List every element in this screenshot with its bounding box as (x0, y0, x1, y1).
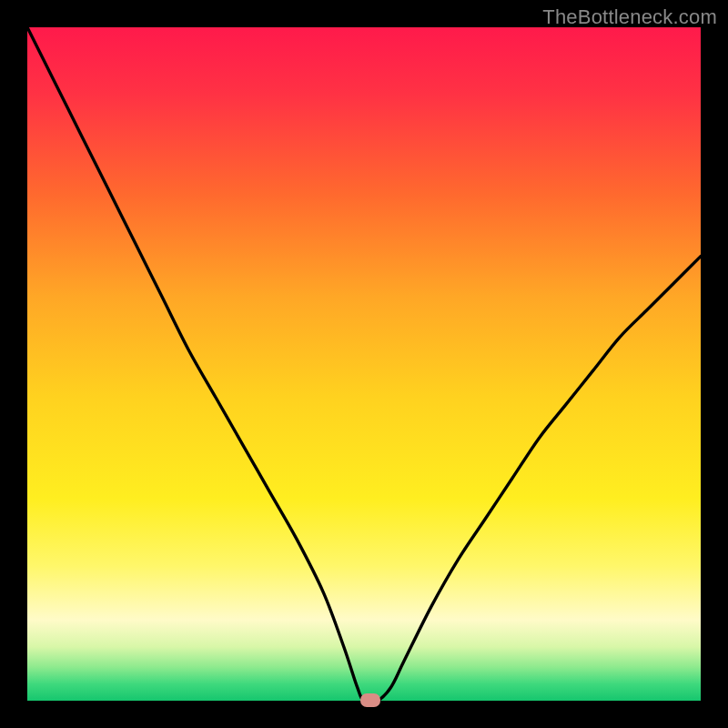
plot-area (27, 27, 701, 701)
watermark-label: TheBottleneck.com (542, 5, 717, 29)
optimum-marker-icon (360, 693, 380, 707)
chart-container: { "watermark": "TheBottleneck.com", "cha… (0, 0, 728, 728)
